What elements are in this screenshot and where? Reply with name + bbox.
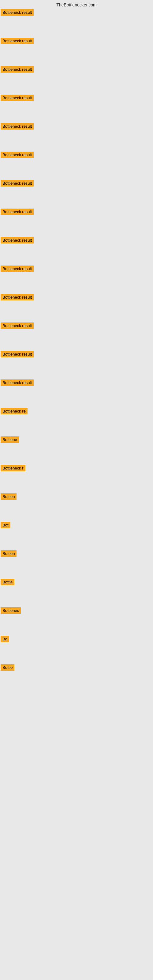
list-item: Bot [0, 521, 153, 530]
bottleneck-badge[interactable]: Bottleneck result [1, 9, 33, 16]
bottleneck-badge[interactable]: Bottlene [1, 436, 19, 443]
bottleneck-badge[interactable]: Bottleneck result [1, 95, 33, 101]
list-item: Bottleneck result [0, 379, 153, 388]
bottleneck-badge[interactable]: Bottlen [1, 550, 16, 557]
list-item: Bottlen [0, 550, 153, 558]
list-item: Bottleneck result [0, 94, 153, 103]
bottleneck-badge[interactable]: Bottlen [1, 493, 16, 500]
list-item: Bottleneck r [0, 464, 153, 473]
list-item: Bottleneck result [0, 65, 153, 75]
list-item: Bottleneck result [0, 208, 153, 217]
list-item: Bottle [0, 578, 153, 587]
list-item: Bottleneck result [0, 350, 153, 359]
list-item: Bottleneck result [0, 151, 153, 160]
bottleneck-badge[interactable]: Bottleneck r [1, 465, 26, 471]
list-item: Bottlenec [0, 607, 153, 616]
items-container: Bottleneck resultBottleneck resultBottle… [0, 9, 153, 692]
bottleneck-badge[interactable]: Bottleneck result [1, 266, 33, 272]
list-item: Bottleneck result [0, 265, 153, 274]
list-item: Bottleneck re [0, 407, 153, 416]
bottleneck-badge[interactable]: Bo [1, 636, 9, 642]
page-wrapper: TheBottlenecker.com Bottleneck resultBot… [0, 0, 153, 980]
list-item: Bottlen [0, 493, 153, 502]
list-item: Bo [0, 635, 153, 644]
bottleneck-badge[interactable]: Bottleneck result [1, 180, 33, 186]
list-item: Bottlene [0, 436, 153, 445]
bottleneck-badge[interactable]: Bottleneck result [1, 379, 33, 386]
bottleneck-badge[interactable]: Bottleneck result [1, 208, 33, 215]
list-item: Bottleneck result [0, 123, 153, 131]
list-item: Bottleneck result [0, 322, 153, 331]
bottleneck-badge[interactable]: Bottleneck result [1, 294, 33, 301]
bottleneck-badge[interactable]: Bottleneck result [1, 151, 33, 158]
bottleneck-badge[interactable]: Bot [1, 522, 10, 528]
list-item: Bottle [0, 663, 153, 673]
list-item: Bottleneck result [0, 293, 153, 302]
bottleneck-badge[interactable]: Bottleneck result [1, 351, 33, 357]
site-title: TheBottlenecker.com [0, 0, 153, 9]
list-item: Bottleneck result [0, 9, 153, 18]
bottleneck-badge[interactable]: Bottle [1, 579, 14, 585]
bottleneck-badge[interactable]: Bottle [1, 664, 14, 671]
list-item: Bottleneck result [0, 180, 153, 188]
bottleneck-badge[interactable]: Bottlenec [1, 607, 21, 614]
list-item: Bottleneck result [0, 37, 153, 46]
bottleneck-badge[interactable]: Bottleneck result [1, 123, 33, 130]
list-item: Bottleneck result [0, 236, 153, 245]
bottleneck-badge[interactable]: Bottleneck result [1, 38, 33, 44]
bottleneck-badge[interactable]: Bottleneck result [1, 323, 33, 329]
bottleneck-badge[interactable]: Bottleneck result [1, 66, 33, 73]
bottleneck-badge[interactable]: Bottleneck result [1, 237, 33, 243]
bottleneck-badge[interactable]: Bottleneck re [1, 408, 27, 414]
